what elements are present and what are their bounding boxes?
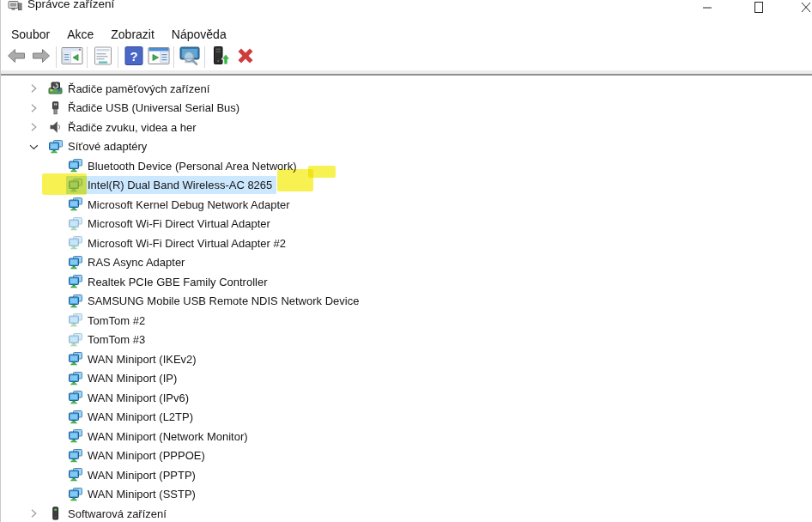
tree-item-content[interactable]: RAS Async Adapter bbox=[66, 253, 189, 271]
chevron-collapsed-icon[interactable] bbox=[27, 101, 40, 115]
tree-device-row[interactable]: TomTom #3 bbox=[1, 331, 812, 350]
properties-button[interactable] bbox=[90, 46, 115, 70]
tree-item-content[interactable]: WAN Miniport (Network Monitor) bbox=[66, 428, 252, 446]
tree-category-row[interactable]: Řadiče zvuku, videa a her bbox=[1, 118, 812, 137]
tree-item-content[interactable]: Bluetooth Device (Personal Area Network) bbox=[66, 157, 301, 175]
software-device-icon bbox=[48, 507, 63, 520]
toolbar-separator bbox=[56, 46, 57, 68]
tree-device-row[interactable]: Microsoft Kernel Debug Network Adapter bbox=[1, 195, 812, 215]
show-hide-console-tree-button[interactable] bbox=[59, 46, 84, 70]
tree-item-content[interactable]: Softwarová zařízení bbox=[46, 505, 171, 522]
tree-item-label: RAS Async Adapter bbox=[88, 256, 185, 269]
tree-device-row[interactable]: Realtek PCIe GBE Family Controller bbox=[1, 272, 812, 292]
tree-item-content[interactable]: Řadiče zvuku, videa a her bbox=[46, 118, 201, 137]
tree-item-content[interactable]: Microsoft Kernel Debug Network Adapter bbox=[66, 196, 294, 214]
tree-item-content[interactable]: WAN Miniport (SSTP) bbox=[66, 485, 200, 503]
update-driver-button[interactable] bbox=[208, 46, 233, 70]
properties-icon bbox=[93, 46, 113, 69]
tree-item-content[interactable]: WAN Miniport (IP) bbox=[66, 369, 181, 387]
tree-category-row[interactable]: Síťové adaptéry bbox=[1, 137, 812, 157]
tree-item-label: Řadiče zvuku, videa a her bbox=[68, 121, 197, 134]
tree-item-label: TomTom #3 bbox=[88, 333, 145, 346]
tree-device-row[interactable]: WAN Miniport (L2TP) bbox=[1, 408, 812, 428]
show-hide-action-pane-icon bbox=[148, 46, 170, 69]
tree-device-row[interactable]: WAN Miniport (PPTP) bbox=[1, 465, 812, 485]
tree-item-label: Bluetooth Device (Personal Area Network) bbox=[88, 160, 297, 173]
tree-category-row[interactable]: Softwarová zařízení bbox=[1, 504, 812, 522]
tree-device-row[interactable]: WAN Miniport (IPv6) bbox=[1, 388, 812, 408]
tree-item-content[interactable]: Řadiče USB (Universal Serial Bus) bbox=[46, 99, 244, 117]
menu-soubor[interactable]: Soubor bbox=[3, 26, 58, 43]
show-hide-action-pane-button[interactable] bbox=[146, 46, 171, 70]
tree-device-row[interactable]: WAN Miniport (Network Monitor) bbox=[1, 427, 812, 446]
tree-item-label: SAMSUNG Mobile USB Remote NDIS Network D… bbox=[88, 294, 359, 307]
network-adapter-icon bbox=[68, 372, 82, 385]
menu-akce[interactable]: Akce bbox=[58, 26, 102, 43]
network-adapter-icon bbox=[68, 197, 82, 211]
tree-item-label: WAN Miniport (PPTP) bbox=[88, 469, 196, 482]
chevron-collapsed-icon[interactable] bbox=[27, 120, 40, 134]
tree-item-content[interactable]: Microsoft Wi-Fi Direct Virtual Adapter #… bbox=[66, 234, 290, 252]
tree-item-label: Microsoft Wi-Fi Direct Virtual Adapter #… bbox=[88, 237, 286, 250]
tree-category-row[interactable]: Řadiče USB (Universal Serial Bus) bbox=[1, 99, 812, 118]
audio-icon bbox=[48, 120, 63, 134]
scan-hardware-changes-button[interactable] bbox=[177, 46, 202, 70]
tree-item-content[interactable]: Microsoft Wi-Fi Direct Virtual Adapter bbox=[66, 215, 275, 233]
menu-n-pov-da[interactable]: Nápověda bbox=[163, 26, 235, 43]
tree-item-content[interactable]: Síťové adaptéry bbox=[46, 137, 151, 155]
chevron-collapsed-icon[interactable] bbox=[27, 507, 40, 520]
maximize-button[interactable] bbox=[740, 0, 778, 19]
network-adapter-icon bbox=[68, 391, 82, 404]
tree-device-row[interactable]: Bluetooth Device (Personal Area Network) bbox=[1, 156, 812, 176]
tree-item-content[interactable]: Řadiče paměťových zařízení bbox=[46, 80, 214, 98]
tree-device-row[interactable]: TomTom #2 bbox=[1, 311, 812, 331]
window-title: Správce zařízení bbox=[27, 0, 114, 11]
network-adapter-icon bbox=[68, 217, 82, 231]
device-manager-window: Správce zařízení SouborAkceZobrazitNápov… bbox=[0, 0, 812, 522]
network-adapter-icon bbox=[48, 140, 63, 154]
chevron-collapsed-icon[interactable] bbox=[27, 82, 40, 95]
tree-item-content[interactable]: WAN Miniport (IKEv2) bbox=[66, 350, 201, 368]
menubar: SouborAkceZobrazitNápověda bbox=[1, 24, 812, 44]
tree-device-row[interactable]: Intel(R) Dual Band Wireless-AC 8265 bbox=[1, 176, 812, 196]
network-adapter-icon bbox=[68, 236, 82, 250]
device-manager-app-icon bbox=[8, 0, 22, 12]
svg-text:?: ? bbox=[130, 48, 137, 63]
toolbar-separator bbox=[204, 46, 205, 68]
update-driver-icon bbox=[210, 46, 231, 70]
yellow-highlighter-mark bbox=[42, 173, 87, 195]
tree-device-row[interactable]: SAMSUNG Mobile USB Remote NDIS Network D… bbox=[1, 292, 812, 312]
help-button[interactable]: ? bbox=[121, 46, 146, 70]
back-button[interactable] bbox=[3, 46, 28, 70]
tree-device-row[interactable]: Microsoft Wi-Fi Direct Virtual Adapter #… bbox=[1, 234, 812, 253]
tree-item-content[interactable]: WAN Miniport (PPTP) bbox=[66, 466, 200, 484]
tree-item-content[interactable]: WAN Miniport (L2TP) bbox=[66, 408, 197, 426]
tree-item-content[interactable]: SAMSUNG Mobile USB Remote NDIS Network D… bbox=[66, 292, 363, 310]
tree-device-row[interactable]: WAN Miniport (SSTP) bbox=[1, 485, 812, 505]
network-adapter-icon bbox=[68, 352, 82, 366]
tree-device-row[interactable]: WAN Miniport (IP) bbox=[1, 369, 812, 389]
tree-item-content[interactable]: TomTom #3 bbox=[66, 331, 149, 349]
tree-item-content[interactable]: WAN Miniport (IPv6) bbox=[66, 389, 193, 407]
tree-item-content[interactable]: Realtek PCIe GBE Family Controller bbox=[66, 273, 272, 291]
tree-item-content[interactable]: Intel(R) Dual Band Wireless-AC 8265 bbox=[66, 176, 276, 194]
forward-button[interactable] bbox=[28, 46, 53, 70]
network-adapter-icon bbox=[68, 410, 82, 424]
tree-device-row[interactable]: Microsoft Wi-Fi Direct Virtual Adapter bbox=[1, 215, 812, 234]
chevron-expanded-icon[interactable] bbox=[27, 140, 40, 154]
menu-zobrazit[interactable]: Zobrazit bbox=[102, 26, 163, 43]
tree-device-row[interactable]: WAN Miniport (PPPOE) bbox=[1, 446, 812, 466]
tree-item-label: WAN Miniport (PPPOE) bbox=[88, 449, 205, 462]
network-adapter-icon bbox=[68, 449, 82, 463]
storage-controller-icon bbox=[48, 82, 63, 95]
tree-item-content[interactable]: TomTom #2 bbox=[66, 312, 149, 330]
close-button[interactable] bbox=[787, 0, 812, 19]
tree-category-row[interactable]: Řadiče paměťových zařízení bbox=[1, 79, 812, 99]
tree-item-label: Realtek PCIe GBE Family Controller bbox=[88, 276, 268, 288]
tree-device-row[interactable]: WAN Miniport (IKEv2) bbox=[1, 349, 812, 369]
tree-item-content[interactable]: WAN Miniport (PPPOE) bbox=[66, 446, 209, 464]
tree-device-row[interactable]: RAS Async Adapter bbox=[1, 253, 812, 273]
uninstall-device-button[interactable] bbox=[233, 46, 258, 70]
minimize-button[interactable] bbox=[688, 0, 726, 19]
tree-item-label: Intel(R) Dual Band Wireless-AC 8265 bbox=[88, 179, 272, 191]
